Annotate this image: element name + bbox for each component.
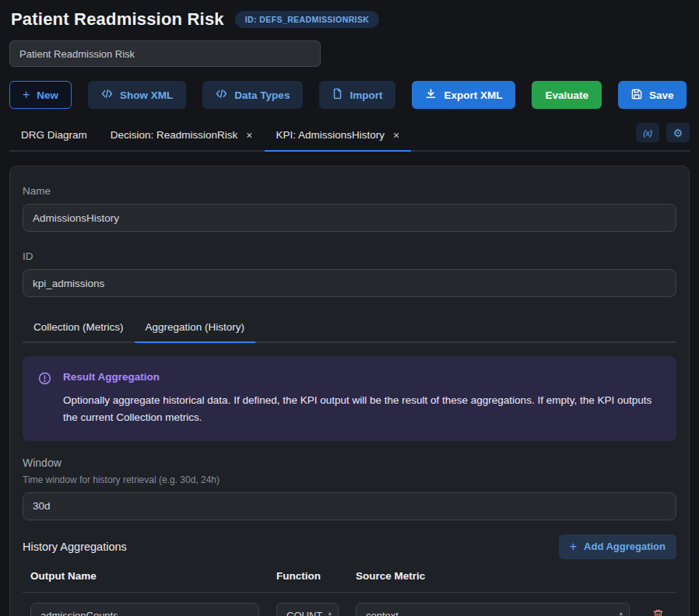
tab-label: KPI: AdmissionsHistory	[276, 129, 385, 141]
kpi-editor-panel: Name ID Collection (Metrics) Aggregation…	[9, 166, 690, 616]
page: Patient Readmission Risk ID: DEFS_READMI…	[0, 0, 699, 616]
column-header-output-name: Output Name	[30, 570, 259, 582]
history-aggregations-title: History Aggregations	[23, 541, 127, 553]
window-input[interactable]	[23, 492, 676, 520]
new-button-label: New	[37, 89, 58, 101]
function-select[interactable]: COUNT ▴▾	[276, 603, 339, 616]
show-xml-label: Show XML	[120, 89, 173, 101]
model-name-input[interactable]	[9, 40, 321, 67]
info-circle-icon	[38, 372, 51, 426]
window-help-text: Time window for history retrieval (e.g. …	[23, 474, 676, 485]
kpi-subtabs: Collection (Metrics) Aggregation (Histor…	[23, 314, 676, 343]
name-field-label: Name	[23, 185, 676, 197]
add-aggregation-label: Add Aggregation	[584, 541, 666, 552]
aggregations-table: Output Name Function Source Metric COUNT…	[23, 570, 676, 616]
new-button[interactable]: + New	[9, 81, 72, 109]
info-box-title: Result Aggregation	[63, 371, 661, 383]
export-xml-label: Export XML	[444, 89, 502, 101]
aggregations-table-header: Output Name Function Source Metric	[23, 570, 676, 593]
evaluate-button[interactable]: Evaluate	[532, 81, 602, 109]
fx-icon: (x)	[643, 128, 652, 138]
subtab-label: Aggregation (History)	[146, 321, 245, 333]
toolbar: + New Show XML Data Types Import Expor	[9, 81, 690, 109]
data-types-label: Data Types	[234, 89, 290, 101]
chevron-up-down-icon: ▴▾	[323, 611, 332, 616]
export-xml-button[interactable]: Export XML	[412, 81, 515, 109]
code-icon	[101, 89, 113, 101]
plus-icon: +	[23, 89, 30, 101]
tab-drg-diagram[interactable]: DRG Diagram	[9, 121, 99, 152]
tab-label: DRG Diagram	[21, 129, 87, 141]
definitions-id-badge: ID: DEFS_READMISSIONRISK	[235, 11, 380, 28]
import-label: Import	[350, 89, 382, 101]
document-tabs: DRG Diagram Decision: ReadmissionRisk × …	[9, 121, 690, 152]
save-icon	[631, 89, 642, 102]
header: Patient Readmission Risk ID: DEFS_READMI…	[9, 6, 690, 30]
download-icon	[425, 88, 437, 102]
function-select-value: COUNT	[286, 610, 323, 616]
page-title: Patient Readmission Risk	[11, 9, 224, 30]
save-label: Save	[649, 89, 674, 101]
tab-decision-readmissionrisk[interactable]: Decision: ReadmissionRisk ×	[99, 121, 265, 152]
result-aggregation-info-box: Result Aggregation Optionally aggregate …	[23, 356, 676, 441]
info-box-body: Optionally aggregate historical data. If…	[63, 392, 661, 426]
source-metric-select-value: context	[366, 610, 614, 616]
id-field-label: ID	[23, 250, 676, 262]
close-icon[interactable]: ×	[393, 130, 399, 141]
save-button[interactable]: Save	[618, 81, 687, 109]
chevron-up-down-icon: ▴▾	[614, 611, 623, 616]
data-types-button[interactable]: Data Types	[202, 81, 303, 109]
subtab-label: Collection (Metrics)	[33, 321, 124, 333]
subtab-collection-metrics[interactable]: Collection (Metrics)	[23, 314, 135, 343]
add-aggregation-button[interactable]: + Add Aggregation	[559, 534, 676, 559]
tab-label: Decision: ReadmissionRisk	[111, 129, 238, 141]
import-button[interactable]: Import	[319, 81, 395, 109]
evaluate-label: Evaluate	[545, 89, 588, 101]
delete-row-button[interactable]	[647, 608, 669, 616]
column-header-function: Function	[276, 570, 339, 582]
close-icon[interactable]: ×	[246, 130, 252, 141]
settings-button[interactable]: ⚙	[666, 123, 690, 142]
plus-icon: +	[570, 541, 577, 553]
subtab-aggregation-history[interactable]: Aggregation (History)	[135, 314, 256, 343]
feel-expression-button[interactable]: (x)	[636, 123, 659, 142]
kpi-name-input[interactable]	[23, 204, 676, 232]
file-import-icon	[332, 88, 342, 102]
window-field-label: Window	[23, 457, 676, 469]
tabs-actions: (x) ⚙	[636, 121, 690, 150]
trash-icon	[652, 608, 664, 616]
source-metric-select[interactable]: context ▴▾	[356, 603, 630, 616]
code-icon	[216, 89, 227, 101]
info-box-content: Result Aggregation Optionally aggregate …	[63, 371, 661, 426]
output-name-input[interactable]	[30, 603, 259, 616]
table-row: COUNT ▴▾ context ▴▾	[23, 593, 676, 616]
history-aggregations-header: History Aggregations + Add Aggregation	[23, 534, 676, 559]
column-header-source-metric: Source Metric	[356, 570, 630, 582]
kpi-id-input[interactable]	[23, 269, 676, 297]
tab-kpi-admissionshistory[interactable]: KPI: AdmissionsHistory ×	[265, 121, 412, 152]
gear-icon: ⚙	[673, 127, 683, 139]
show-xml-button[interactable]: Show XML	[88, 81, 186, 109]
